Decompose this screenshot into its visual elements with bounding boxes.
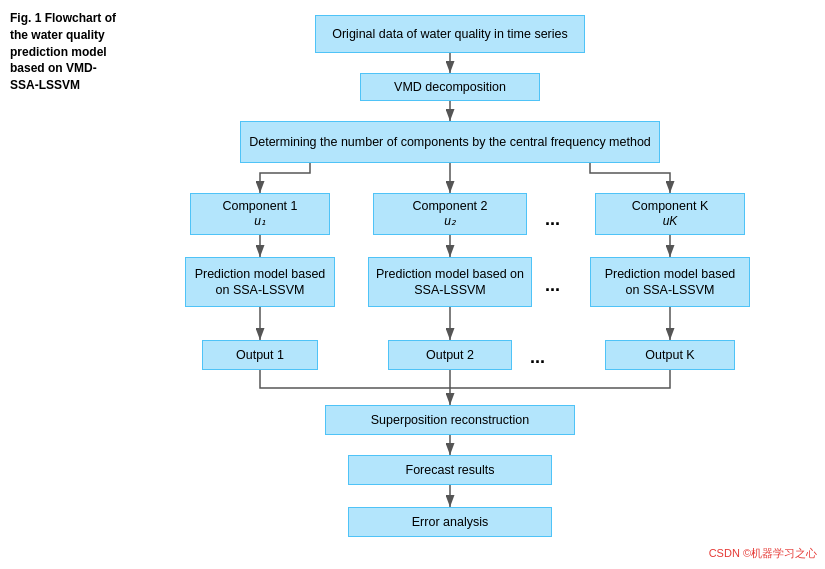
- box-vmd: VMD decomposition: [360, 73, 540, 101]
- box-superposition: Superposition reconstruction: [325, 405, 575, 435]
- box-original-data: Original data of water quality in time s…: [315, 15, 585, 53]
- box-out2: Output 2: [388, 340, 512, 370]
- watermark: CSDN ©机器学习之心: [709, 546, 817, 561]
- box-comp1: Component 1 u₁: [190, 193, 330, 235]
- box-error: Error analysis: [348, 507, 552, 537]
- box-pred2: Prediction model based on SSA-LSSVM: [368, 257, 532, 307]
- box-predK: Prediction model based on SSA-LSSVM: [590, 257, 750, 307]
- dots-components: ...: [545, 209, 560, 230]
- box-out1: Output 1: [202, 340, 318, 370]
- dots-outputs: ...: [530, 347, 545, 368]
- box-pred1: Prediction model based on SSA-LSSVM: [185, 257, 335, 307]
- flowchart: Original data of water quality in time s…: [130, 5, 800, 560]
- figure-label: Fig. 1 Flowchart of the water quality pr…: [10, 10, 120, 94]
- box-forecast: Forecast results: [348, 455, 552, 485]
- box-outK: Output K: [605, 340, 735, 370]
- box-central-freq: Determining the number of components by …: [240, 121, 660, 163]
- box-compK: Component K uK: [595, 193, 745, 235]
- dots-pred: ...: [545, 275, 560, 296]
- box-comp2: Component 2 u₂: [373, 193, 527, 235]
- figure-label-bold: Fig. 1: [10, 11, 41, 25]
